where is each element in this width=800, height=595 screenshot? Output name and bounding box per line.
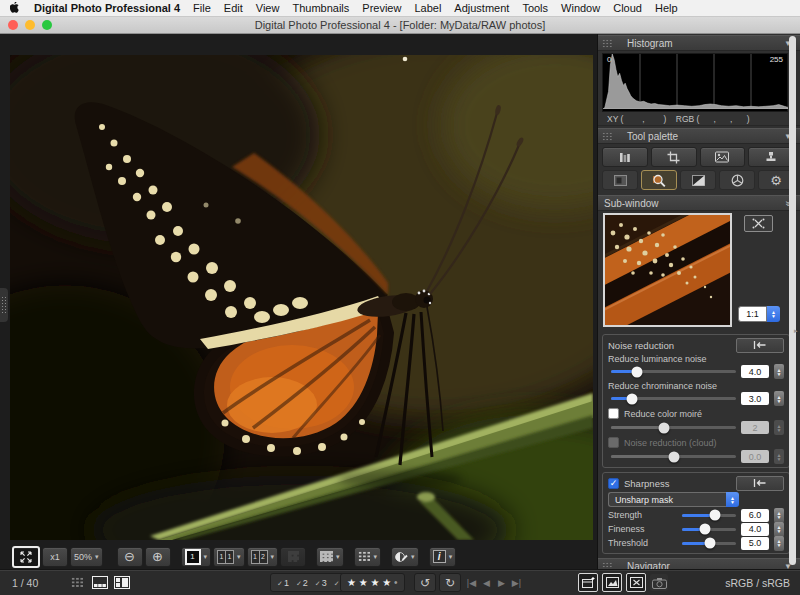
levels-icon: [618, 151, 631, 164]
chrominance-noise-slider[interactable]: [611, 397, 736, 400]
chevron-down-icon: ▾: [374, 553, 378, 561]
luminance-noise-slider[interactable]: [611, 370, 736, 373]
color-space-indicator: sRGB / sRGB: [725, 577, 790, 589]
star-rating[interactable]: ★ ★ ★ ★ •: [347, 577, 398, 588]
preview-toolbar: x1 50%▾ ⊖ ⊕ 1▾ 11▾ 12▾ ▾ ▾ ▾ i▾: [0, 545, 609, 568]
zoom-level-dropdown[interactable]: 50%▾: [70, 547, 103, 567]
magnification-value: 1:1: [738, 306, 767, 322]
sharpness-reset-button[interactable]: [736, 476, 784, 491]
last-image-button[interactable]: ▶|: [509, 578, 524, 588]
rotate-left-button[interactable]: ↺: [414, 573, 436, 592]
strength-value[interactable]: 6.0: [741, 509, 769, 522]
single-view-button[interactable]: 1▾: [181, 547, 212, 567]
menu-item-tools[interactable]: Tools: [522, 2, 548, 14]
zoom-in-button[interactable]: ⊕: [145, 547, 171, 567]
tab-basic-adjustment[interactable]: [602, 170, 638, 190]
sharpness-mode-value: Unsharp mask: [608, 492, 726, 507]
compare-two-images-button[interactable]: 11▾: [213, 547, 245, 567]
sharpness-mode-select[interactable]: Unsharp mask ▲▼: [608, 492, 739, 507]
histogram-title: Histogram: [627, 38, 673, 49]
stepper-icon[interactable]: ▲▼: [726, 492, 739, 507]
close-window-button[interactable]: [8, 20, 18, 30]
actual-size-button[interactable]: x1: [42, 547, 68, 567]
stamp-tool-button[interactable]: [700, 147, 746, 167]
menu-item-view[interactable]: View: [256, 2, 280, 14]
thumbnail-grid-view-button[interactable]: [68, 575, 87, 590]
tab-detailed-adjustment[interactable]: [641, 170, 677, 190]
empty-star-icon[interactable]: •: [394, 577, 398, 588]
menu-item-file[interactable]: File: [193, 2, 211, 14]
zoom-out-button[interactable]: ⊖: [117, 547, 143, 567]
tool-palette-header[interactable]: Tool palette ▼: [598, 128, 800, 144]
first-image-button[interactable]: |◀: [464, 578, 479, 588]
menu-item-cloud[interactable]: Cloud: [613, 2, 642, 14]
minimize-window-button[interactable]: [25, 20, 35, 30]
camera-connect-button[interactable]: [650, 574, 668, 591]
magnified-preview[interactable]: [603, 213, 732, 327]
tab-tone-adjustment[interactable]: [680, 170, 716, 190]
strength-slider[interactable]: [682, 514, 736, 517]
menu-item-window[interactable]: Window: [561, 2, 600, 14]
properties-window-button[interactable]: [578, 573, 598, 592]
threshold-slider[interactable]: [682, 542, 736, 545]
af-point-display-button[interactable]: [626, 573, 646, 592]
menu-item-help[interactable]: Help: [655, 2, 678, 14]
menu-item-adjustment[interactable]: Adjustment: [454, 2, 509, 14]
multi-view-button[interactable]: [280, 547, 306, 567]
menu-app-name[interactable]: Digital Photo Professional 4: [34, 2, 180, 14]
crop-tool-button[interactable]: [651, 147, 697, 167]
window-title: Digital Photo Professional 4 - [Folder: …: [255, 19, 546, 31]
threshold-stepper[interactable]: ▲▼: [774, 536, 784, 551]
af-point-icon: [630, 577, 643, 588]
noise-reduction-reset-button[interactable]: [736, 338, 784, 353]
fit-to-window-button[interactable]: [12, 546, 40, 568]
checkmark1-button[interactable]: ✓1: [277, 578, 289, 588]
dust-delete-tool-button[interactable]: [748, 147, 794, 167]
tab-color-adjustment[interactable]: [719, 170, 755, 190]
luminance-noise-stepper[interactable]: ▲▼: [774, 364, 784, 379]
strength-stepper[interactable]: ▲▼: [774, 508, 784, 523]
fineness-value[interactable]: 4.0: [741, 523, 769, 536]
thumbnail-bottom-view-button[interactable]: [90, 575, 109, 590]
menu-bar: Digital Photo Professional 4 File Edit V…: [0, 0, 800, 17]
thumbnail-left-view-button[interactable]: [112, 575, 131, 590]
menu-item-edit[interactable]: Edit: [224, 2, 243, 14]
threshold-value[interactable]: 5.0: [741, 537, 769, 550]
fineness-stepper[interactable]: ▲▼: [774, 522, 784, 537]
menu-item-thumbnails[interactable]: Thumbnails: [292, 2, 349, 14]
checkmark2-button[interactable]: ✓2: [296, 578, 308, 588]
preview-position-button[interactable]: [744, 215, 773, 232]
preview-image[interactable]: [10, 55, 593, 540]
fineness-slider[interactable]: [682, 528, 736, 531]
luminance-noise-value[interactable]: 4.0: [741, 365, 769, 378]
levels-tool-button[interactable]: [602, 147, 648, 167]
checkmark3-button[interactable]: ✓3: [315, 578, 327, 588]
af-points-dropdown[interactable]: ▾: [354, 547, 382, 567]
zoom-window-button[interactable]: [42, 20, 52, 30]
histogram-header[interactable]: Histogram ▼: [598, 35, 800, 51]
chrominance-noise-value[interactable]: 3.0: [741, 392, 769, 405]
menu-item-preview[interactable]: Preview: [362, 2, 401, 14]
next-image-button[interactable]: ▶: [494, 578, 509, 588]
split-single-image-button[interactable]: 12▾: [247, 547, 279, 567]
menu-item-label[interactable]: Label: [414, 2, 441, 14]
sub-window-header[interactable]: Sub-window »: [598, 195, 800, 211]
left-palette-handle[interactable]: [0, 288, 8, 322]
info-dropdown[interactable]: i▾: [429, 547, 457, 567]
grid-display-dropdown[interactable]: ▾: [316, 547, 344, 567]
color-moire-checkbox[interactable]: [608, 408, 619, 419]
chrominance-noise-stepper[interactable]: ▲▼: [774, 391, 784, 406]
previous-image-button[interactable]: ◀: [479, 578, 494, 588]
panel-scrollbar[interactable]: [789, 36, 796, 565]
rating-group[interactable]: ★ ★ ★ ★ •: [340, 573, 405, 592]
right-panel-handle[interactable]: ▸: [794, 322, 800, 340]
quick-check-dropdown[interactable]: ▾: [391, 547, 419, 567]
apple-menu-icon[interactable]: [10, 2, 21, 15]
rotate-right-button[interactable]: ↻: [439, 573, 461, 592]
stepper-icon[interactable]: ▲▼: [767, 306, 780, 322]
chevron-down-icon: ▾: [411, 553, 415, 561]
camera-icon: [652, 577, 667, 589]
magnification-select[interactable]: 1:1 ▲▼: [738, 306, 780, 322]
preview-histogram-button[interactable]: [602, 573, 622, 592]
sharpness-checkbox[interactable]: ✓: [608, 478, 619, 489]
